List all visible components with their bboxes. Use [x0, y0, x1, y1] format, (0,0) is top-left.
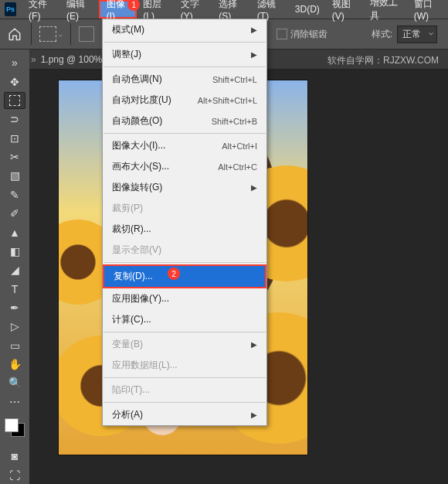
collapse-icon[interactable]: »: [4, 54, 25, 71]
submenu-arrow-icon: ▶: [251, 183, 257, 192]
menu-trim[interactable]: 裁切(R)...: [103, 219, 266, 240]
toolbar-separator: [31, 23, 32, 45]
pen-tool[interactable]: ✒: [4, 299, 25, 316]
menu-canvas-size[interactable]: 画布大小(S)...Alt+Ctrl+C: [103, 156, 266, 177]
tool-palette: » ✥ ⊃ ⊡ ✂ ▧ ✎ ✐ ▲ ◧ ◢ T ✒ ▷ ▭ ✋ 🔍 ⋯ ◙ ⛶: [0, 49, 29, 484]
shortcut-text: Alt+Shift+Ctrl+L: [198, 96, 257, 105]
menu-layer[interactable]: 图层(L): [137, 0, 174, 19]
menu-crop-label: 裁剪(P): [112, 202, 143, 215]
menu-reveal-all: 显示全部(V): [103, 240, 266, 261]
menu-auto-contrast[interactable]: 自动对比度(U)Alt+Shift+Ctrl+L: [103, 90, 266, 111]
menu-auto-color-label: 自动颜色(O): [112, 114, 162, 128]
brush-tool[interactable]: ✐: [4, 205, 25, 222]
crop-tool[interactable]: ✂: [4, 148, 25, 165]
menu-view[interactable]: 视图(V): [326, 0, 365, 19]
menu-window[interactable]: 窗口(W): [408, 0, 448, 19]
menu-duplicate[interactable]: 复制(D)... 2: [104, 266, 265, 287]
menu-analysis[interactable]: 分析(A)▶: [103, 404, 266, 425]
menu-reveal-all-label: 显示全部(V): [112, 244, 161, 257]
menu-apply-image[interactable]: 应用图像(Y)...: [103, 288, 266, 309]
menu-mode[interactable]: 模式(M)▶: [103, 19, 266, 40]
stamp-tool[interactable]: ▲: [4, 223, 25, 240]
gradient-tool[interactable]: ◢: [4, 261, 25, 278]
menu-adjust-label: 调整(J): [112, 48, 141, 61]
shortcut-text: Shift+Ctrl+L: [212, 75, 257, 84]
toolbar-separator: [70, 23, 71, 45]
menu-select[interactable]: 选择(S): [212, 0, 251, 19]
menu-separator: [104, 133, 266, 134]
menu-analysis-label: 分析(A): [112, 408, 143, 421]
menu-image[interactable]: 图像(I) 1: [99, 0, 137, 19]
menu-separator: [104, 377, 266, 378]
menu-separator: [104, 402, 266, 403]
menu-crop: 裁剪(P): [103, 198, 266, 219]
type-tool[interactable]: T: [4, 280, 25, 297]
anti-alias-label: 消除锯齿: [290, 29, 328, 39]
menu-image-rotation[interactable]: 图像旋转(G)▶: [103, 177, 266, 198]
screen-mode-tool[interactable]: ⛶: [4, 467, 25, 484]
foreground-color-icon: [5, 418, 19, 432]
submenu-arrow-icon: ▶: [251, 411, 257, 419]
menu-3d[interactable]: 3D(D): [289, 0, 326, 19]
menu-image-size-label: 图像大小(I)...: [112, 139, 165, 152]
menu-apply-data: 应用数据组(L)...: [103, 355, 266, 376]
menu-canvas-size-label: 画布大小(S)...: [112, 160, 169, 173]
menu-separator: [104, 332, 266, 332]
path-select-tool[interactable]: ▷: [4, 318, 25, 335]
image-menu-dropdown: 模式(M)▶ 调整(J)▶ 自动色调(N)Shift+Ctrl+L 自动对比度(…: [102, 19, 267, 426]
eraser-tool[interactable]: ◧: [4, 243, 25, 260]
menu-separator: [104, 66, 266, 67]
menu-auto-tone[interactable]: 自动色调(N)Shift+Ctrl+L: [103, 69, 266, 90]
rectangle-tool[interactable]: ▭: [4, 337, 25, 354]
style-select[interactable]: 正常: [397, 26, 437, 43]
menu-image-size[interactable]: 图像大小(I)...Alt+Ctrl+I: [103, 135, 266, 156]
style-label: 样式:: [372, 28, 392, 41]
callout-badge-2: 2: [168, 268, 180, 280]
color-swatch[interactable]: [5, 418, 25, 437]
menu-apply-image-label: 应用图像(Y)...: [112, 292, 169, 305]
menu-trap-label: 陷印(T)...: [112, 383, 150, 397]
menubar: Ps 文件(F) 编辑(E) 图像(I) 1 图层(L) 文字(Y) 选择(S)…: [0, 0, 448, 19]
tab-chevron-icon[interactable]: »: [31, 54, 36, 65]
shortcut-text: Alt+Ctrl+I: [222, 141, 257, 151]
anti-alias-checkbox[interactable]: 消除锯齿: [277, 28, 328, 41]
menu-variables: 变量(B)▶: [103, 334, 266, 355]
menu-duplicate-label: 复制(D)...: [114, 270, 153, 283]
menu-separator: [104, 262, 266, 263]
quick-select-tool[interactable]: ⊡: [4, 130, 25, 147]
ps-logo-icon: Ps: [5, 2, 16, 16]
menu-calculations[interactable]: 计算(C)...: [103, 309, 266, 330]
hand-tool[interactable]: ✋: [4, 356, 25, 373]
menu-calculations-label: 计算(C)...: [112, 313, 151, 326]
home-icon[interactable]: [6, 26, 23, 43]
menu-filter[interactable]: 滤镜(T): [251, 0, 289, 19]
more-tools[interactable]: ⋯: [4, 394, 25, 411]
menu-apply-data-label: 应用数据组(L)...: [112, 359, 178, 372]
menu-edit[interactable]: 编辑(E): [60, 0, 99, 19]
quick-mask-tool[interactable]: ◙: [4, 448, 25, 465]
selection-mode-icon[interactable]: [79, 26, 94, 42]
zoom-tool[interactable]: 🔍: [4, 374, 25, 391]
menu-trap: 陷印(T)...: [103, 380, 266, 400]
document-tab[interactable]: 1.png @ 100%: [41, 54, 103, 65]
marquee-tool-selector[interactable]: ⌵: [39, 26, 63, 42]
submenu-arrow-icon: ▶: [251, 26, 257, 34]
menu-auto-contrast-label: 自动对比度(U): [112, 94, 171, 107]
marquee-tool[interactable]: [4, 92, 25, 110]
highlight-callout: 复制(D)... 2: [103, 264, 266, 288]
menu-plugins[interactable]: 增效工具: [364, 0, 407, 19]
submenu-arrow-icon: ▶: [251, 340, 257, 349]
move-tool[interactable]: ✥: [4, 73, 25, 90]
menu-separator: [104, 42, 266, 43]
menu-trim-label: 裁切(R)...: [112, 223, 151, 236]
menu-auto-color[interactable]: 自动颜色(O)Shift+Ctrl+B: [103, 111, 266, 131]
menu-type[interactable]: 文字(Y): [175, 0, 213, 19]
menu-rotation-label: 图像旋转(G): [112, 181, 162, 194]
menu-auto-tone-label: 自动色调(N): [112, 73, 162, 86]
menu-adjustments[interactable]: 调整(J)▶: [103, 44, 266, 65]
frame-tool[interactable]: ▧: [4, 167, 25, 184]
menu-file[interactable]: 文件(F): [22, 0, 60, 19]
eyedropper-tool[interactable]: ✎: [4, 186, 25, 203]
lasso-tool[interactable]: ⊃: [4, 111, 25, 128]
chevron-down-icon: ⌵: [59, 31, 63, 38]
